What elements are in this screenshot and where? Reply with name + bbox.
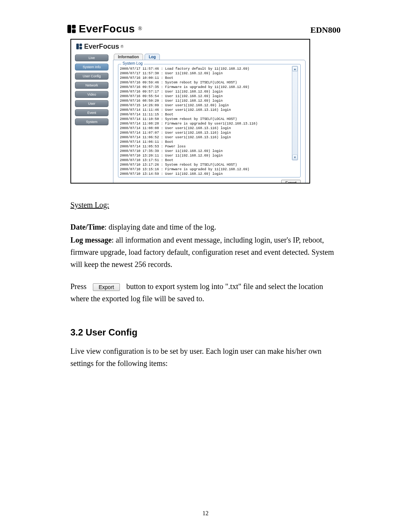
press-before: Press xyxy=(70,282,86,291)
tab-information[interactable]: Information xyxy=(114,54,143,60)
doc-body: System Log: Date/Time: displaying date a… xyxy=(0,184,411,369)
system-log-heading: System Log: xyxy=(70,199,341,211)
page-number: 12 xyxy=(0,510,411,517)
sidebar-item-video[interactable]: Video xyxy=(75,91,108,98)
svg-rect-1 xyxy=(72,25,76,29)
registered-icon: ® xyxy=(138,26,142,32)
sidebar-item-user[interactable]: User xyxy=(75,100,108,107)
svg-rect-0 xyxy=(67,25,71,33)
svg-rect-5 xyxy=(80,46,82,49)
sidebar-item-system[interactable]: System xyxy=(75,118,108,125)
export-button[interactable]: Export xyxy=(281,180,301,184)
doc-logo-text: EverFocus xyxy=(79,23,135,35)
datetime-label: Date/Time xyxy=(70,223,105,231)
app-logo-text: EverFocus xyxy=(84,43,119,51)
sidebar-item-system-info[interactable]: System Info xyxy=(75,64,108,70)
datetime-paragraph: Date/Time: displaying date and time of t… xyxy=(70,221,341,233)
log-textarea[interactable]: 2008/07/17 11:57:46 : Load factory defau… xyxy=(119,66,290,176)
doc-logo: EverFocus ® xyxy=(67,23,142,35)
screenshot-frame: EverFocus ® Live System Info User Config… xyxy=(70,39,310,184)
system-log-legend: System Log xyxy=(121,61,144,66)
everfocus-icon xyxy=(67,24,76,34)
sidebar-item-live[interactable]: Live xyxy=(75,54,108,61)
tab-bar: Information Log xyxy=(113,54,306,60)
sidebar-item-user-config[interactable]: User Config xyxy=(75,73,108,80)
section-heading-user-config: 3.2 User Config xyxy=(70,325,341,340)
everfocus-icon xyxy=(76,43,83,51)
log-panel: System Log 2008/07/17 11:57:46 : Load fa… xyxy=(113,60,306,184)
svg-rect-3 xyxy=(76,43,79,49)
svg-rect-2 xyxy=(72,29,76,33)
sidebar: Live System Info User Config Network Vid… xyxy=(75,54,108,184)
tab-log[interactable]: Log xyxy=(145,54,160,60)
registered-icon: ® xyxy=(121,45,123,49)
sidebar-item-network[interactable]: Network xyxy=(75,82,108,89)
model-number: EDN800 xyxy=(311,25,341,35)
system-log-fieldset: System Log 2008/07/17 11:57:46 : Load fa… xyxy=(118,64,301,177)
press-paragraph: Press Export button to export system log… xyxy=(70,280,341,305)
log-scrollbar[interactable]: ▲ ▼ xyxy=(292,66,298,160)
app-logo: EverFocus ® xyxy=(71,40,309,52)
doc-header: EverFocus ® EDN800 xyxy=(0,23,411,35)
logmsg-paragraph: Log message: all information and event m… xyxy=(70,234,341,270)
export-button-inline[interactable]: Export xyxy=(93,283,119,291)
sidebar-item-event[interactable]: Event xyxy=(75,109,108,116)
svg-rect-4 xyxy=(80,43,82,46)
datetime-text: : displaying date and time of the log. xyxy=(105,223,216,231)
userconfig-paragraph: Live view configuration is to be set by … xyxy=(70,345,341,369)
scroll-up-icon[interactable]: ▲ xyxy=(292,66,298,72)
scroll-down-icon[interactable]: ▼ xyxy=(292,155,298,160)
logmsg-label: Log message xyxy=(70,236,112,244)
